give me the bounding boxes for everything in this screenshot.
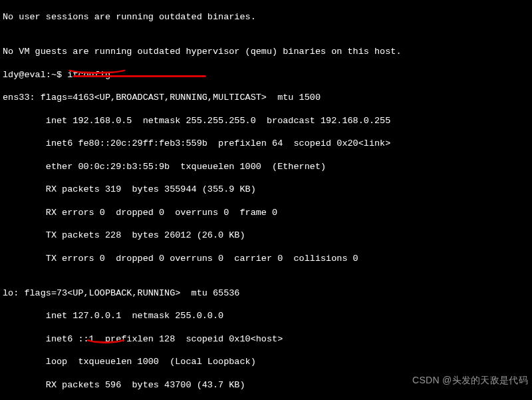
ifconfig-lo-loop: loop txqueuelen 1000 (Local Loopback) bbox=[3, 356, 529, 367]
ifconfig-ens33-inet: inet 192.168.0.5 netmask 255.255.255.0 b… bbox=[3, 115, 529, 126]
ifconfig-lo-flags: lo: flags=73<UP,LOOPBACK,RUNNING> mtu 65… bbox=[3, 288, 529, 299]
ifconfig-ens33-txerr: TX errors 0 dropped 0 overruns 0 carrier… bbox=[3, 253, 529, 264]
ifconfig-lo-inet: inet 127.0.0.1 netmask 255.0.0.0 bbox=[3, 310, 529, 321]
annotation-underline-icon bbox=[84, 332, 128, 343]
annotation-strike-icon bbox=[73, 75, 206, 77]
ifconfig-ens33-rxerr: RX errors 0 dropped 0 overruns 0 frame 0 bbox=[3, 207, 529, 218]
ifconfig-ens33-ether: ether 00:0c:29:b3:55:9b txqueuelen 1000 … bbox=[3, 161, 529, 172]
annotation-underline-icon bbox=[65, 63, 129, 74]
terminal-area[interactable]: No user sessions are running outdated bi… bbox=[0, 0, 532, 400]
msg-line: No user sessions are running outdated bi… bbox=[3, 11, 529, 23]
ifconfig-ens33-txpkts: TX packets 228 bytes 26012 (26.0 KB) bbox=[3, 230, 529, 241]
ifconfig-lo-rxpkts: RX packets 596 bytes 43700 (43.7 KB) bbox=[3, 379, 529, 391]
ifconfig-lo-inet6: inet6 ::1 prefixlen 128 scopeid 0x10<hos… bbox=[3, 333, 529, 345]
ifconfig-ens33-flags: ens33: flags=4163<UP,BROADCAST,RUNNING,M… bbox=[3, 92, 529, 103]
msg-line: No VM guests are running outdated hyperv… bbox=[3, 46, 529, 57]
ifconfig-ens33-rxpkts: RX packets 319 bytes 355944 (355.9 KB) bbox=[3, 184, 529, 195]
ifconfig-ens33-inet6: inet6 fe80::20c:29ff:feb3:559b prefixlen… bbox=[3, 138, 529, 149]
